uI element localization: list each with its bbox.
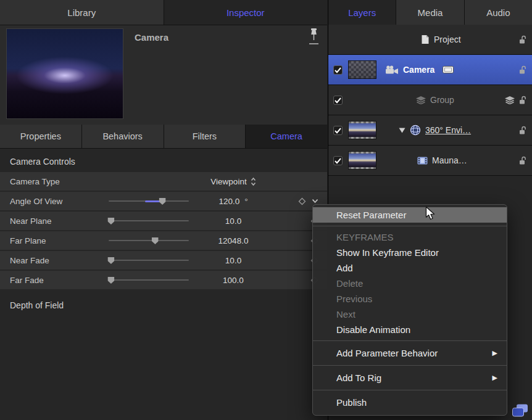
lock-icon[interactable] — [519, 156, 527, 165]
menu-item-label: Delete — [336, 278, 363, 289]
far-fade-slider[interactable] — [109, 275, 189, 285]
layer-tree-cell: 360° Envi… — [399, 115, 471, 145]
control-rows: Camera Type Viewpoint Angle Of View 120.… — [0, 172, 327, 289]
near-fade-value[interactable]: 10.0 — [199, 256, 268, 265]
layer-row-project[interactable]: Project — [328, 25, 532, 55]
layer-row-right — [519, 25, 527, 54]
menu-item-publish[interactable]: Publish — [313, 393, 507, 411]
lock-icon[interactable] — [519, 96, 527, 105]
control-row-camera-type: Camera Type Viewpoint — [0, 172, 327, 191]
menu-item-previous: Previous — [313, 291, 507, 307]
menu-item-label: Disable Animation — [336, 324, 410, 335]
camera-type-popup[interactable]: Viewpoint — [199, 177, 268, 186]
unit-label: ° — [244, 197, 247, 206]
tab-inspector[interactable]: Inspector — [164, 0, 328, 25]
menu-item-reset-parameter[interactable]: Reset Parameter — [313, 207, 507, 223]
tab-layers[interactable]: Layers — [328, 0, 396, 25]
tab-media[interactable]: Media — [396, 0, 464, 25]
menu-item-show-in-keyframe-editor[interactable]: Show In Keyframe Editor — [313, 245, 507, 260]
menu-item-label: Add — [336, 263, 353, 273]
popup-chevrons-icon — [251, 177, 256, 186]
menu-separator — [313, 226, 507, 226]
slider-track — [109, 279, 189, 281]
preview-title: Camera — [135, 32, 168, 43]
tab-filters[interactable]: Filters — [164, 125, 246, 148]
menu-item-label: Show In Keyframe Editor — [336, 247, 439, 258]
layer-thumbnail[interactable] — [348, 60, 376, 79]
slider-track — [109, 220, 189, 221]
layer-checkbox[interactable] — [333, 96, 343, 105]
control-row-far-fade: Far Fade 100.0 — [0, 271, 327, 289]
tab-camera[interactable]: Camera — [246, 125, 327, 148]
lock-icon[interactable] — [519, 65, 527, 75]
layer-name[interactable]: Group — [430, 95, 454, 105]
far-plane-slider[interactable] — [109, 236, 189, 245]
depth-of-field-title: Depth of Field — [0, 290, 327, 316]
keyframe-icon[interactable] — [298, 197, 306, 205]
menu-item-add[interactable]: Add — [313, 260, 507, 276]
layer-checkbox[interactable] — [333, 126, 343, 135]
lock-icon[interactable] — [519, 35, 527, 44]
layer-checkbox[interactable] — [333, 65, 343, 75]
slider-track — [109, 240, 189, 241]
context-menu: Reset ParameterKEYFRAMESShow In Keyframe… — [312, 204, 507, 416]
control-widget — [109, 216, 199, 226]
layer-name[interactable]: Camera — [403, 65, 434, 75]
layers-pane-icon[interactable] — [512, 404, 528, 417]
slider-handle[interactable] — [107, 277, 114, 284]
disclosure-triangle-icon[interactable] — [399, 128, 405, 133]
layer-thumbnail[interactable] — [348, 121, 376, 139]
slider-handle[interactable] — [159, 198, 166, 205]
menu-item-next: Next — [313, 307, 507, 322]
lock-icon[interactable] — [519, 126, 527, 135]
layer-checkbox[interactable] — [333, 156, 343, 165]
slider-handle[interactable] — [152, 237, 159, 244]
control-label: Near Plane — [10, 216, 109, 226]
slider-handle[interactable] — [107, 257, 114, 264]
layer-name[interactable]: Mauna… — [432, 155, 467, 165]
layer-name[interactable]: Project — [434, 35, 461, 44]
control-label: Far Plane — [10, 236, 109, 245]
menu-item-label: KEYFRAMES — [336, 232, 394, 242]
left-tab-bar: LibraryInspector — [0, 0, 327, 25]
layer-row-group[interactable]: Group — [328, 85, 532, 115]
control-label: Camera Type — [10, 177, 109, 186]
tab-behaviors[interactable]: Behaviors — [82, 125, 164, 148]
tab-properties[interactable]: Properties — [0, 125, 82, 148]
near-plane-value[interactable]: 10.0 — [199, 216, 268, 226]
submenu-arrow-icon: ▶ — [493, 369, 497, 387]
layer-tree-cell: Project — [421, 25, 461, 54]
menu-item-disable-animation[interactable]: Disable Animation — [313, 322, 507, 337]
camera-controls-title: Camera Controls — [0, 149, 327, 172]
layer-name[interactable]: 360° Envi… — [425, 125, 471, 135]
menu-item-label: Reset Parameter — [336, 210, 406, 220]
menu-item-add-to-rig[interactable]: Add To Rig▶ — [313, 369, 507, 387]
layer-row-360-envi[interactable]: 360° Envi… — [328, 115, 532, 146]
angle-of-view-value[interactable]: 120.0° — [199, 197, 268, 206]
far-fade-value[interactable]: 100.0 — [199, 276, 268, 285]
control-row-near-fade: Near Fade 10.0 — [0, 251, 327, 270]
param-menu-chevron-icon[interactable] — [312, 199, 318, 204]
near-plane-slider[interactable] — [109, 216, 189, 226]
menu-item-label: Add Parameter Behavior — [336, 348, 438, 358]
layer-row-camera[interactable]: Camera — [328, 55, 532, 85]
angle-of-view-slider[interactable] — [109, 196, 189, 206]
camera-viewport-badge-icon[interactable] — [443, 66, 454, 73]
slider-handle[interactable] — [107, 218, 114, 224]
layer-row-mauna[interactable]: Mauna… — [328, 146, 532, 176]
menu-item-add-parameter-behavior[interactable]: Add Parameter Behavior▶ — [313, 344, 507, 362]
submenu-arrow-icon: ▶ — [493, 344, 497, 362]
layer-row-right — [505, 85, 527, 115]
layer-row-right — [519, 55, 527, 84]
menu-item-keyframes: KEYFRAMES — [313, 229, 507, 245]
layer-tree-cell: Camera — [385, 55, 454, 84]
pin-icon[interactable] — [309, 28, 318, 44]
near-fade-slider[interactable] — [109, 255, 189, 265]
layer-thumbnail[interactable] — [348, 151, 376, 170]
control-row-far-plane: Far Plane 12048.0 — [0, 231, 327, 250]
far-plane-value[interactable]: 12048.0 — [199, 236, 268, 245]
tab-audio[interactable]: Audio — [465, 0, 532, 25]
layer-tree-cell: Mauna… — [417, 146, 467, 175]
control-widget — [109, 236, 199, 245]
tab-library[interactable]: Library — [0, 0, 164, 25]
